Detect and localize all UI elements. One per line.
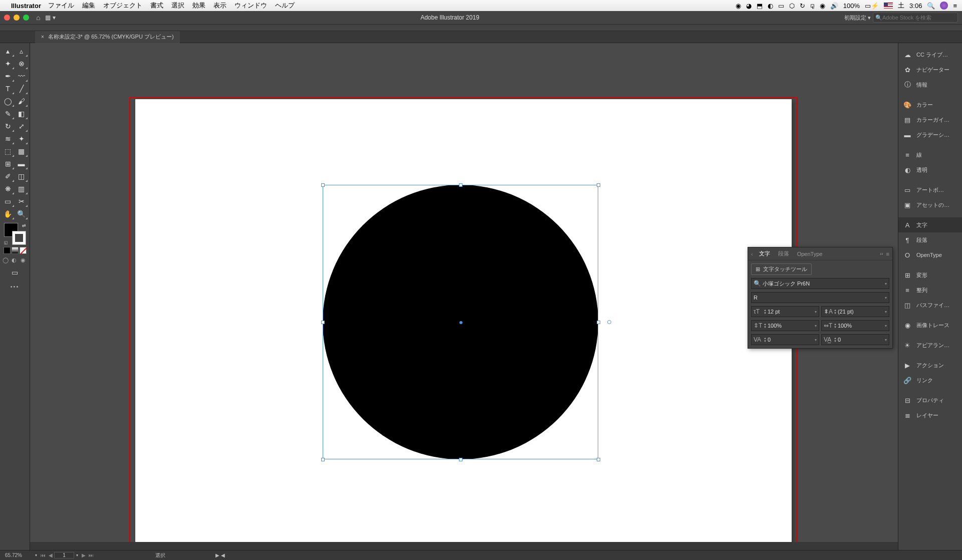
- document-tab[interactable]: × 名称未設定-3* @ 65.72% (CMYK/GPU プレビュー): [35, 31, 180, 43]
- clock-time[interactable]: 3:06: [909, 2, 922, 10]
- chevron-down-icon[interactable]: ▾: [815, 338, 817, 342]
- menu-type[interactable]: 書式: [150, 1, 163, 10]
- curvature-tool[interactable]: 〰: [15, 70, 28, 82]
- panel-character[interactable]: A文字: [898, 217, 962, 232]
- blend-tool[interactable]: ◫: [15, 170, 28, 182]
- shield-icon[interactable]: ⬡: [789, 2, 795, 10]
- chevron-down-icon[interactable]: ▾: [815, 310, 817, 314]
- panel-layers[interactable]: ≣レイヤー: [898, 408, 962, 423]
- horizontal-scrollbar[interactable]: [30, 542, 898, 550]
- zoom-level[interactable]: 65.72%: [3, 552, 33, 558]
- menu-object[interactable]: オブジェクト: [103, 1, 142, 10]
- draw-normal-icon[interactable]: ◯: [3, 257, 10, 263]
- selection-tool[interactable]: ▴: [1, 45, 15, 57]
- scale-tool[interactable]: ⤢: [15, 120, 28, 132]
- wifi-icon[interactable]: ◉: [820, 2, 825, 10]
- artboard-number-input[interactable]: [54, 552, 74, 558]
- graph-tool[interactable]: ▥: [15, 183, 28, 195]
- pen-tool[interactable]: ✒: [1, 70, 15, 82]
- notification-icon[interactable]: ≡: [953, 2, 957, 10]
- dropbox-icon[interactable]: ⬒: [757, 2, 763, 10]
- handle-n[interactable]: [459, 183, 462, 187]
- chevron-down-icon[interactable]: ▾: [885, 324, 887, 328]
- battery-icon[interactable]: ▭⚡: [865, 2, 879, 10]
- home-icon[interactable]: ⌂: [36, 14, 40, 22]
- menu-edit[interactable]: 編集: [82, 1, 95, 10]
- draw-inside-icon[interactable]: ◉: [21, 257, 28, 263]
- gradient-tool[interactable]: ▬: [15, 158, 28, 170]
- eraser-tool[interactable]: ◧: [15, 108, 28, 120]
- leading-input[interactable]: [838, 309, 885, 315]
- pie-handle[interactable]: [607, 320, 611, 324]
- screen-mode-button[interactable]: ▭: [8, 266, 22, 278]
- stepper[interactable]: ▲▼: [834, 309, 837, 315]
- paintbrush-tool[interactable]: 🖌: [15, 95, 28, 107]
- lasso-tool[interactable]: ⊗: [15, 58, 28, 70]
- panel-cc-libraries[interactable]: ☁CC ライブ…: [898, 47, 962, 62]
- panel-navigator[interactable]: ✿ナビゲーター: [898, 62, 962, 77]
- tab-opentype[interactable]: OpenType: [793, 251, 827, 257]
- character-panel[interactable]: ‹ 文字 段落 OpenType ›› ≡ ⊞ 文字タッチツール 🔍 ▾ ▾ τ…: [748, 247, 893, 349]
- minimize-window-button[interactable]: [14, 15, 20, 21]
- hand-tool[interactable]: ✋: [1, 208, 15, 220]
- atok-icon[interactable]: ▭: [778, 2, 784, 10]
- panel-menu-icon[interactable]: ≡: [886, 251, 889, 257]
- stepper[interactable]: ▲▼: [764, 323, 767, 329]
- panel-actions[interactable]: ▶アクション: [898, 358, 962, 373]
- stroke-swatch[interactable]: [12, 231, 26, 245]
- leading-field[interactable]: ⬍A ▲▼ ▾: [821, 306, 889, 317]
- panel-transparency[interactable]: ◐透明: [898, 162, 962, 177]
- stepper[interactable]: ▲▼: [834, 323, 837, 329]
- touch-type-tool-button[interactable]: ⊞ 文字タッチツール: [751, 263, 812, 275]
- search-box[interactable]: 🔍: [873, 13, 958, 23]
- workspace-switcher[interactable]: 初期設定 ▾: [844, 14, 871, 22]
- rotate-tool[interactable]: ↻: [1, 120, 15, 132]
- prev-artboard-button[interactable]: ◀: [47, 552, 54, 558]
- zoom-tool[interactable]: 🔍: [15, 208, 28, 220]
- panel-artboards[interactable]: ▭アートボ…: [898, 182, 962, 197]
- battery-text[interactable]: 100%: [843, 2, 860, 10]
- handle-se[interactable]: [597, 458, 600, 461]
- chevron-down-icon[interactable]: ▾: [885, 338, 887, 342]
- font-family-field[interactable]: 🔍 ▾: [751, 278, 889, 289]
- panel-asset-export[interactable]: ▣アセットの…: [898, 197, 962, 212]
- panel-align[interactable]: ≡整列: [898, 283, 962, 298]
- perspective-tool[interactable]: ▦: [15, 145, 28, 157]
- line-tool[interactable]: ╱: [15, 83, 28, 95]
- chevron-left-icon[interactable]: ‹: [751, 251, 753, 257]
- none-color-button[interactable]: [20, 247, 27, 254]
- stepper[interactable]: ▲▼: [764, 337, 767, 343]
- tab-character[interactable]: 文字: [755, 250, 774, 257]
- panel-paragraph[interactable]: ¶段落: [898, 232, 962, 247]
- panel-pathfinder[interactable]: ◫パスファイ…: [898, 298, 962, 313]
- stepper[interactable]: ▲▼: [764, 309, 767, 315]
- free-transform-tool[interactable]: ✦: [15, 133, 28, 145]
- menu-view[interactable]: 表示: [213, 1, 226, 10]
- close-window-button[interactable]: [4, 15, 10, 21]
- kerning-input[interactable]: [768, 337, 815, 343]
- maximize-window-button[interactable]: [23, 15, 29, 21]
- default-fill-stroke-icon[interactable]: ◱: [4, 240, 8, 245]
- tracking-input[interactable]: [838, 337, 885, 343]
- hscale-input[interactable]: [838, 323, 885, 329]
- panel-image-trace[interactable]: ◉画像トレース: [898, 318, 962, 333]
- line-icon[interactable]: ◕: [746, 2, 752, 10]
- handle-sw[interactable]: [321, 458, 325, 461]
- menu-effect[interactable]: 効果: [192, 1, 205, 10]
- panel-properties[interactable]: ⊟プロパティ: [898, 393, 962, 408]
- record-icon[interactable]: ◉: [736, 2, 741, 10]
- stepper[interactable]: ▲▼: [834, 337, 837, 343]
- panel-transform[interactable]: ⊞変形: [898, 267, 962, 283]
- solid-color-button[interactable]: [4, 247, 11, 254]
- clock-day[interactable]: 土: [898, 1, 904, 10]
- artboard-dropdown-icon[interactable]: ▾: [76, 553, 78, 557]
- type-tool[interactable]: T: [1, 83, 15, 95]
- app-menu[interactable]: Illustrator: [11, 2, 41, 10]
- handle-s[interactable]: [459, 458, 462, 461]
- panel-color-guide[interactable]: ▤カラーガイ…: [898, 112, 962, 127]
- panel-gradient[interactable]: ▬グラデーシ…: [898, 127, 962, 142]
- panel-color[interactable]: 🎨カラー: [898, 97, 962, 112]
- draw-behind-icon[interactable]: ◐: [12, 257, 19, 263]
- swap-fill-stroke-icon[interactable]: ⇄: [22, 223, 26, 228]
- last-artboard-button[interactable]: ⏭: [87, 552, 95, 558]
